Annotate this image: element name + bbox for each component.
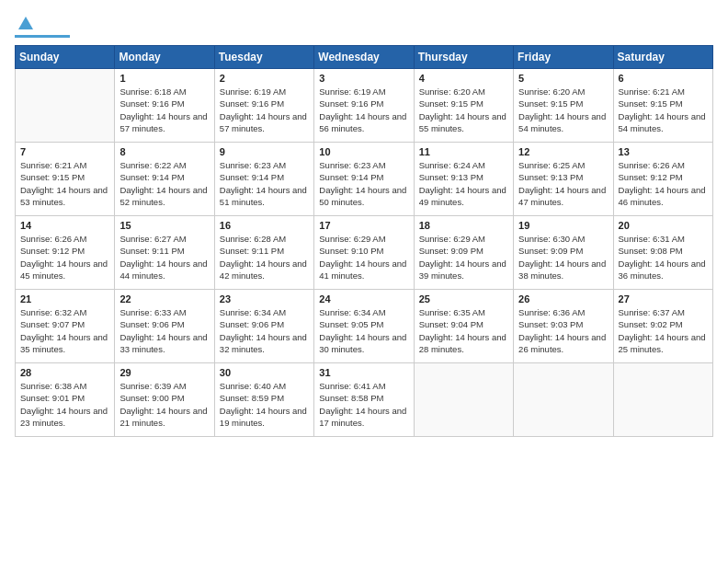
daylight-text: Daylight: 14 hours and 46 minutes. <box>619 185 706 207</box>
sunrise-text: Sunrise: 6:39 AM <box>119 381 186 391</box>
calendar-cell: 20 Sunrise: 6:31 AM Sunset: 9:08 PM Dayl… <box>613 216 712 290</box>
day-info: Sunrise: 6:28 AM Sunset: 9:11 PM Dayligh… <box>220 233 309 282</box>
sunrise-text: Sunrise: 6:21 AM <box>619 86 685 97</box>
sunrise-text: Sunrise: 6:26 AM <box>20 234 86 244</box>
day-number: 30 <box>220 367 309 378</box>
calendar-cell: 2 Sunrise: 6:19 AM Sunset: 9:16 PM Dayli… <box>214 69 313 143</box>
calendar-cell: 6 Sunrise: 6:21 AM Sunset: 9:15 PM Dayli… <box>613 69 712 143</box>
daylight-text: Daylight: 14 hours and 25 minutes. <box>619 332 706 354</box>
sunrise-text: Sunrise: 6:21 AM <box>20 160 86 170</box>
day-info: Sunrise: 6:35 AM Sunset: 9:04 PM Dayligh… <box>419 306 508 355</box>
day-info: Sunrise: 6:18 AM Sunset: 9:16 PM Dayligh… <box>119 86 209 134</box>
day-number: 16 <box>220 220 309 231</box>
day-info: Sunrise: 6:26 AM Sunset: 9:12 PM Dayligh… <box>20 233 109 282</box>
sunset-text: Sunset: 9:14 PM <box>319 172 383 182</box>
sunrise-text: Sunrise: 6:30 AM <box>518 234 585 244</box>
sunset-text: Sunset: 9:10 PM <box>319 246 383 256</box>
daylight-text: Daylight: 14 hours and 55 minutes. <box>419 111 506 133</box>
sunset-text: Sunset: 9:09 PM <box>419 246 483 256</box>
calendar-cell: 9 Sunrise: 6:23 AM Sunset: 9:14 PM Dayli… <box>214 143 313 216</box>
daylight-text: Daylight: 14 hours and 57 minutes. <box>220 111 307 133</box>
sunset-text: Sunset: 9:15 PM <box>518 98 583 109</box>
calendar-header: SundayMondayTuesdayWednesdayThursdayFrid… <box>16 46 713 69</box>
sunset-text: Sunset: 9:13 PM <box>518 172 583 182</box>
daylight-text: Daylight: 14 hours and 28 minutes. <box>419 332 506 354</box>
day-info: Sunrise: 6:33 AM Sunset: 9:06 PM Dayligh… <box>119 306 209 355</box>
daylight-text: Daylight: 14 hours and 53 minutes. <box>20 185 108 207</box>
calendar-cell: 3 Sunrise: 6:19 AM Sunset: 9:16 PM Dayli… <box>314 69 414 143</box>
calendar-cell: 21 Sunrise: 6:32 AM Sunset: 9:07 PM Dayl… <box>16 290 115 363</box>
day-number: 26 <box>518 293 608 304</box>
calendar-cell: 16 Sunrise: 6:28 AM Sunset: 9:11 PM Dayl… <box>214 216 313 290</box>
day-number: 4 <box>419 73 508 84</box>
day-number: 11 <box>419 146 508 157</box>
day-info: Sunrise: 6:19 AM Sunset: 9:16 PM Dayligh… <box>220 86 309 134</box>
day-info: Sunrise: 6:19 AM Sunset: 9:16 PM Dayligh… <box>319 86 408 134</box>
day-info: Sunrise: 6:21 AM Sunset: 9:15 PM Dayligh… <box>20 159 109 208</box>
weekday-header-wednesday: Wednesday <box>314 46 414 69</box>
sunset-text: Sunset: 9:16 PM <box>119 98 184 109</box>
logo-line <box>15 35 70 38</box>
daylight-text: Daylight: 14 hours and 19 minutes. <box>220 406 307 428</box>
sunrise-text: Sunrise: 6:26 AM <box>619 160 685 170</box>
sunset-text: Sunset: 9:14 PM <box>220 172 284 182</box>
calendar-cell: 22 Sunrise: 6:33 AM Sunset: 9:06 PM Dayl… <box>115 290 214 363</box>
sunrise-text: Sunrise: 6:25 AM <box>518 160 585 170</box>
sunrise-text: Sunrise: 6:32 AM <box>20 307 86 317</box>
daylight-text: Daylight: 14 hours and 51 minutes. <box>220 185 307 207</box>
daylight-text: Daylight: 14 hours and 36 minutes. <box>619 259 706 281</box>
daylight-text: Daylight: 14 hours and 21 minutes. <box>119 406 207 428</box>
sunrise-text: Sunrise: 6:40 AM <box>220 381 286 391</box>
day-number: 27 <box>619 293 708 304</box>
daylight-text: Daylight: 14 hours and 54 minutes. <box>518 111 606 133</box>
daylight-text: Daylight: 14 hours and 49 minutes. <box>419 185 506 207</box>
day-number: 19 <box>518 220 608 231</box>
day-number: 13 <box>619 146 708 157</box>
calendar-cell <box>514 363 613 437</box>
day-info: Sunrise: 6:23 AM Sunset: 9:14 PM Dayligh… <box>319 159 408 208</box>
sunset-text: Sunset: 9:02 PM <box>619 319 683 329</box>
sunrise-text: Sunrise: 6:33 AM <box>119 307 186 317</box>
sunrise-text: Sunrise: 6:23 AM <box>319 160 385 170</box>
daylight-text: Daylight: 14 hours and 45 minutes. <box>20 259 108 281</box>
calendar-cell: 30 Sunrise: 6:40 AM Sunset: 8:59 PM Dayl… <box>214 363 313 437</box>
sunset-text: Sunset: 9:15 PM <box>619 98 683 109</box>
day-info: Sunrise: 6:34 AM Sunset: 9:06 PM Dayligh… <box>220 306 309 355</box>
day-info: Sunrise: 6:41 AM Sunset: 8:58 PM Dayligh… <box>319 380 408 429</box>
sunset-text: Sunset: 9:03 PM <box>518 319 583 329</box>
weekday-header-monday: Monday <box>115 46 214 69</box>
sunrise-text: Sunrise: 6:34 AM <box>220 307 286 317</box>
daylight-text: Daylight: 14 hours and 32 minutes. <box>220 332 307 354</box>
sunrise-text: Sunrise: 6:29 AM <box>319 234 385 244</box>
day-info: Sunrise: 6:27 AM Sunset: 9:11 PM Dayligh… <box>119 233 209 282</box>
sunset-text: Sunset: 9:12 PM <box>619 172 683 182</box>
day-number: 31 <box>319 367 408 378</box>
sunset-text: Sunset: 9:07 PM <box>20 319 85 329</box>
day-info: Sunrise: 6:39 AM Sunset: 9:00 PM Dayligh… <box>119 380 209 429</box>
sunrise-text: Sunrise: 6:19 AM <box>220 86 286 97</box>
calendar-cell: 4 Sunrise: 6:20 AM Sunset: 9:15 PM Dayli… <box>414 69 513 143</box>
day-info: Sunrise: 6:31 AM Sunset: 9:08 PM Dayligh… <box>619 233 708 282</box>
daylight-text: Daylight: 14 hours and 57 minutes. <box>119 111 207 133</box>
daylight-text: Daylight: 14 hours and 39 minutes. <box>419 259 506 281</box>
day-info: Sunrise: 6:36 AM Sunset: 9:03 PM Dayligh… <box>518 306 608 355</box>
calendar-week-1: 1 Sunrise: 6:18 AM Sunset: 9:16 PM Dayli… <box>16 69 713 143</box>
calendar-week-4: 21 Sunrise: 6:32 AM Sunset: 9:07 PM Dayl… <box>16 290 713 363</box>
sunrise-text: Sunrise: 6:19 AM <box>319 86 385 97</box>
daylight-text: Daylight: 14 hours and 26 minutes. <box>518 332 606 354</box>
sunrise-text: Sunrise: 6:29 AM <box>419 234 485 244</box>
sunrise-text: Sunrise: 6:41 AM <box>319 381 385 391</box>
svg-marker-0 <box>18 17 33 29</box>
sunrise-text: Sunrise: 6:27 AM <box>119 234 186 244</box>
sunset-text: Sunset: 9:06 PM <box>119 319 184 329</box>
day-number: 7 <box>20 146 109 157</box>
calendar-cell: 12 Sunrise: 6:25 AM Sunset: 9:13 PM Dayl… <box>514 143 613 216</box>
daylight-text: Daylight: 14 hours and 44 minutes. <box>119 259 207 281</box>
day-number: 28 <box>20 367 109 378</box>
sunrise-text: Sunrise: 6:23 AM <box>220 160 286 170</box>
daylight-text: Daylight: 14 hours and 35 minutes. <box>20 332 108 354</box>
day-info: Sunrise: 6:29 AM Sunset: 9:09 PM Dayligh… <box>419 233 508 282</box>
sunset-text: Sunset: 8:59 PM <box>220 393 284 403</box>
calendar-cell: 29 Sunrise: 6:39 AM Sunset: 9:00 PM Dayl… <box>115 363 214 437</box>
day-number: 25 <box>419 293 508 304</box>
